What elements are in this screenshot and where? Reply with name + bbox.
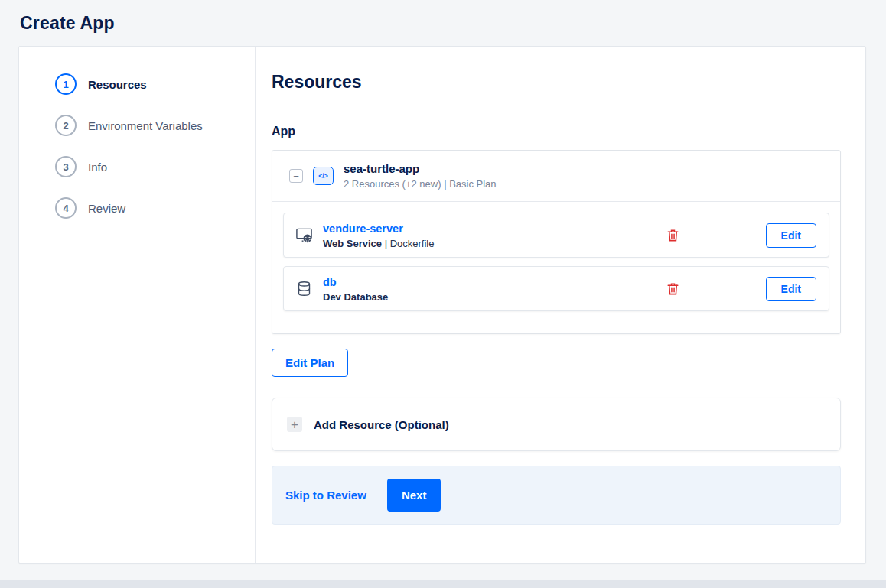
app-name: sea-turtle-app bbox=[344, 162, 497, 175]
app-resources-list: vendure-server Web Service | Dockerfile … bbox=[272, 201, 840, 333]
delete-icon[interactable] bbox=[666, 281, 681, 297]
step-label: Resources bbox=[88, 78, 147, 91]
plus-icon: + bbox=[287, 417, 302, 432]
step-label: Environment Variables bbox=[88, 119, 203, 132]
delete-icon[interactable] bbox=[666, 228, 681, 243]
resource-detail: | Dockerfile bbox=[382, 238, 434, 249]
skip-to-review-link[interactable]: Skip to Review bbox=[285, 489, 366, 502]
wizard-footer: Skip to Review Next bbox=[272, 466, 841, 525]
step-number: 3 bbox=[55, 156, 77, 177]
add-resource-button[interactable]: + Add Resource (Optional) bbox=[272, 398, 841, 451]
step-number: 4 bbox=[55, 197, 77, 219]
step-number: 1 bbox=[55, 73, 77, 95]
edit-button[interactable]: Edit bbox=[766, 277, 816, 301]
step-label: Info bbox=[88, 161, 107, 174]
app-group-header: − </> sea-turtle-app 2 Resources (+2 new… bbox=[272, 151, 840, 201]
resource-text-block: vendure-server Web Service | Dockerfile bbox=[323, 222, 656, 249]
step-resources[interactable]: 1 Resources bbox=[19, 63, 255, 105]
add-resource-label: Add Resource (Optional) bbox=[314, 418, 449, 431]
edit-button[interactable]: Edit bbox=[766, 223, 816, 248]
app-section-label: App bbox=[272, 125, 841, 138]
resource-row-vendure-server: vendure-server Web Service | Dockerfile … bbox=[283, 213, 829, 258]
database-icon bbox=[295, 280, 313, 297]
step-number: 2 bbox=[55, 115, 77, 136]
collapse-button[interactable]: − bbox=[289, 169, 303, 183]
edit-plan-button[interactable]: Edit Plan bbox=[272, 349, 348, 377]
app-code-icon: </> bbox=[313, 167, 334, 185]
resource-meta: Dev Database bbox=[323, 291, 656, 303]
web-service-icon bbox=[295, 226, 313, 244]
panel-heading: Resources bbox=[272, 72, 841, 93]
step-review[interactable]: 4 Review bbox=[19, 187, 255, 229]
step-environment-variables[interactable]: 2 Environment Variables bbox=[19, 105, 255, 146]
page-bottom-strip bbox=[0, 580, 886, 588]
resource-name-link[interactable]: vendure-server bbox=[323, 223, 403, 235]
app-subtitle: 2 Resources (+2 new) | Basic Plan bbox=[344, 178, 497, 190]
step-info[interactable]: 3 Info bbox=[19, 146, 255, 187]
resource-meta: Web Service | Dockerfile bbox=[323, 238, 656, 249]
resource-type: Dev Database bbox=[323, 291, 388, 303]
resource-name-link[interactable]: db bbox=[323, 276, 337, 288]
resources-panel: Resources App − </> sea-turtle-app 2 Res… bbox=[256, 47, 865, 563]
app-title-block: sea-turtle-app 2 Resources (+2 new) | Ba… bbox=[344, 162, 497, 190]
app-group-card: − </> sea-turtle-app 2 Resources (+2 new… bbox=[272, 150, 841, 334]
stepper: 1 Resources 2 Environment Variables 3 In… bbox=[19, 47, 256, 563]
resource-row-db: db Dev Database Edit bbox=[283, 266, 829, 311]
create-app-card: 1 Resources 2 Environment Variables 3 In… bbox=[18, 46, 866, 564]
resource-type: Web Service bbox=[323, 238, 382, 249]
resource-text-block: db Dev Database bbox=[323, 275, 656, 303]
page-title: Create App bbox=[0, 0, 886, 34]
step-label: Review bbox=[88, 202, 125, 215]
next-button[interactable]: Next bbox=[387, 479, 441, 512]
